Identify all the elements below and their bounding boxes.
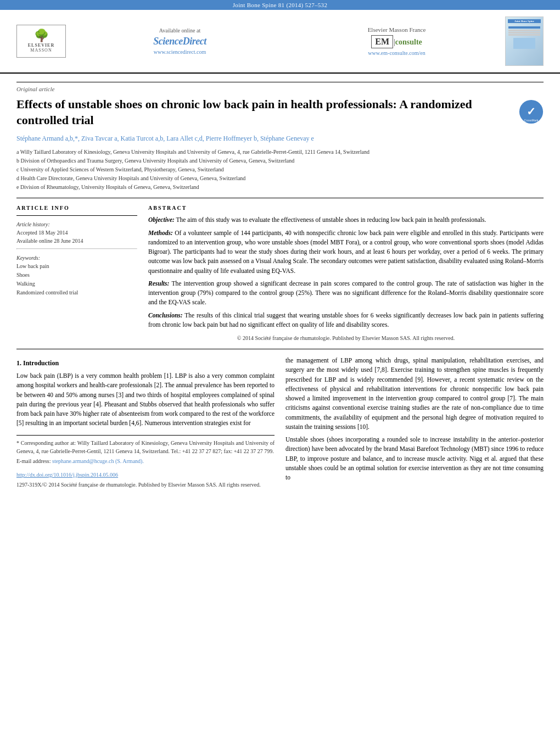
journal-thumbnail-content <box>508 25 540 51</box>
elsevier-masson-france: Elsevier Masson France <box>288 26 505 33</box>
divider-1 <box>16 198 544 198</box>
article-history-label: Article history: <box>16 220 137 228</box>
sciencedirect-section: Available online at ScienceDirect www.sc… <box>71 27 288 55</box>
svg-text:✓: ✓ <box>527 105 536 118</box>
keywords-divider <box>16 248 137 249</box>
email-address[interactable]: stephane.armand@hcuge.ch (S. Armand). <box>52 458 144 464</box>
svg-text:CrossMark: CrossMark <box>524 119 539 122</box>
methods-text: Of a volunteer sample of 144 participant… <box>148 230 544 274</box>
article-content: Original article Effects of unstable sho… <box>0 74 560 497</box>
objective-text: The aim of this study was to evaluate th… <box>175 216 486 223</box>
body-para-1: Low back pain (LBP) is a very common hea… <box>16 371 275 428</box>
consulte-url[interactable]: www.em-consulte.com/en <box>288 50 505 56</box>
abstract-col: ABSTRACT Objective: The aim of this stud… <box>148 205 544 342</box>
consulte-text: consulte <box>395 38 422 47</box>
page: Joint Bone Spine 81 (2014) 527–532 🌳 ELS… <box>0 0 560 742</box>
abstract-conclusions: Conclusions: The results of this clinica… <box>148 311 544 330</box>
corresponding-author-note: * Corresponding author at: Willy Taillar… <box>16 439 275 455</box>
article-title: Effects of unstable shoes on chronic low… <box>16 97 519 128</box>
top-logos: 🌳 ELSEVIER MASSON Available online at Sc… <box>0 10 560 74</box>
keywords-label-text: Keywords: <box>16 255 40 261</box>
body-section: 1. Introduction Low back pain (LBP) is a… <box>16 356 544 489</box>
available-online-text: Available online at <box>71 27 288 34</box>
journal-thumbnail: Joint Bone Spine <box>505 16 544 66</box>
body-col-right: the management of LBP among which drugs,… <box>285 356 544 489</box>
methods-label: Methods: <box>148 230 173 236</box>
article-info-abstract: ARTICLE INFO Article history: Accepted 1… <box>16 205 544 342</box>
article-accepted: Accepted 18 May 2014 <box>16 228 137 237</box>
masson-text: MASSON <box>30 48 52 53</box>
keywords-label: Keywords: <box>16 254 137 262</box>
keywords-section: Keywords: Low back pain Shoes Walking Ra… <box>16 254 137 297</box>
science-text: Science <box>153 36 182 47</box>
info-divider <box>16 215 137 216</box>
body-para-2: the management of LBP among which drugs,… <box>285 356 544 432</box>
affiliation-a: a Willy Taillard Laboratory of Kinesiolo… <box>16 148 544 156</box>
journal-header-bar: Joint Bone Spine 81 (2014) 527–532 <box>0 0 560 10</box>
affiliation-c: c University of Applied Sciences of West… <box>16 166 544 174</box>
footer-links: http://dx.doi.org/10.1016/j.jbspin.2014.… <box>16 471 275 479</box>
abstract-section: Objective: The aim of this study was to … <box>148 215 544 342</box>
article-info-col: ARTICLE INFO Article history: Accepted 1… <box>16 205 137 342</box>
keyword-2: Walking <box>16 280 137 288</box>
results-text: The intervention group showed a signific… <box>148 280 544 306</box>
email-label: E-mail address: <box>16 458 51 464</box>
section1-title: Introduction <box>23 359 59 367</box>
history-label-text: Article history: <box>16 221 50 227</box>
affiliation-d: d Health Care Directorate, Geneva Univer… <box>16 175 544 182</box>
divider-2 <box>16 349 544 349</box>
journal-header-text: Joint Bone Spine 81 (2014) 527–532 <box>233 2 327 8</box>
authors: Stéphane Armand a,b,*, Ziva Tavcar a, Ka… <box>16 133 544 144</box>
direct-text: Direct <box>183 36 206 47</box>
footer-copyright: 1297-319X/© 2014 Société française de rh… <box>16 481 275 489</box>
article-available-online: Available online 28 June 2014 <box>16 237 137 245</box>
section1-heading: 1. Introduction <box>16 358 275 368</box>
conclusions-text: The results of this clinical trial sugge… <box>148 312 544 328</box>
body-col-left: 1. Introduction Low back pain (LBP) is a… <box>16 356 275 489</box>
objective-label: Objective: <box>148 216 175 223</box>
email-note: E-mail address: stephane.armand@hcuge.ch… <box>16 457 275 465</box>
affiliation-b: b Division of Orthopaedics and Trauma Su… <box>16 157 544 165</box>
results-label: Results: <box>148 280 169 287</box>
article-info-label: ARTICLE INFO <box>16 205 137 211</box>
keyword-0: Low back pain <box>16 262 137 271</box>
abstract-copyright: © 2014 Société française de rhumatologie… <box>148 334 544 342</box>
elsevier-text: ELSEVIER <box>28 43 54 48</box>
article-title-section: Effects of unstable shoes on chronic low… <box>16 97 544 128</box>
affiliations: a Willy Taillard Laboratory of Kinesiolo… <box>16 148 544 191</box>
journal-thumbnail-section: Joint Bone Spine <box>505 16 549 66</box>
body-para-3: Unstable shoes (shoes incorporating a ro… <box>285 435 544 482</box>
footnote-section: * Corresponding author at: Willy Taillar… <box>16 435 275 465</box>
journal-thumbnail-header: Joint Bone Spine <box>508 19 541 23</box>
doi-link[interactable]: http://dx.doi.org/10.1016/j.jbspin.2014.… <box>16 472 118 478</box>
section1-number: 1. <box>16 359 21 367</box>
crossmark-icon[interactable]: ✓ CrossMark <box>519 99 544 124</box>
elsevier-masson-logo-left: 🌳 ELSEVIER MASSON <box>11 25 71 58</box>
abstract-methods: Methods: Of a volunteer sample of 144 pa… <box>148 228 544 276</box>
em-consulte-section: Elsevier Masson France EM | consulte www… <box>288 26 505 56</box>
abstract-objective: Objective: The aim of this study was to … <box>148 215 544 225</box>
elsevier-logo-box: 🌳 ELSEVIER MASSON <box>16 25 66 58</box>
affiliation-e: e Division of Rheumatology, University H… <box>16 183 544 191</box>
keyword-1: Shoes <box>16 271 137 280</box>
elsevier-tree-icon: 🌳 <box>34 30 49 42</box>
abstract-label: ABSTRACT <box>148 205 544 211</box>
conclusions-label: Conclusions: <box>148 312 183 319</box>
article-category: Original article <box>16 82 544 92</box>
keyword-3: Randomized controlled trial <box>16 288 137 297</box>
sciencedirect-logo: ScienceDirect <box>71 36 288 47</box>
em-logo: EM <box>371 35 393 48</box>
abstract-results: Results: The intervention group showed a… <box>148 279 544 308</box>
sciencedirect-url[interactable]: www.sciencedirect.com <box>71 49 288 55</box>
